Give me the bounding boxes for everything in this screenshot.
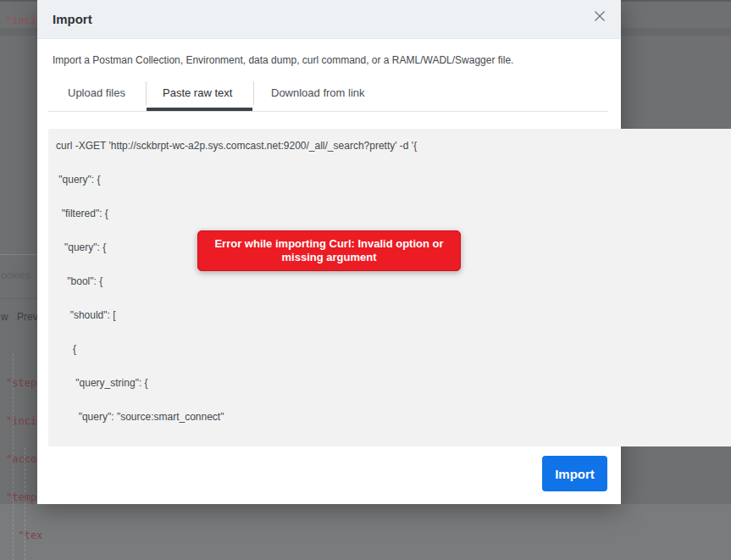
viewer-preview-tab-fragment: Prev (17, 311, 38, 323)
close-icon (593, 9, 606, 23)
tab-separator (253, 81, 254, 105)
raw-text-input[interactable]: curl -XGET 'http://sckbrpt-wc-a2p.sys.co… (48, 129, 731, 446)
panel-divider (0, 254, 37, 255)
dialog-description: Import a Postman Collection, Environment… (53, 54, 513, 66)
import-dialog-header: Import (37, 0, 621, 39)
tab-paste-raw-text[interactable]: Paste raw text (163, 86, 232, 99)
code-line: "tex (6, 530, 104, 542)
response-cookies-tab-fragment: ookies (1, 269, 30, 281)
tab-upload-files[interactable]: Upload files (68, 86, 125, 99)
panel-divider (0, 298, 37, 299)
editor-panel-bottom (0, 504, 731, 560)
viewer-raw-tab-fragment: w (1, 311, 8, 323)
postman-app-screen: "incid ookies w Prev "steps "incide "acc… (0, 0, 731, 560)
close-button[interactable] (591, 8, 608, 25)
import-button[interactable]: Import (542, 456, 607, 491)
dialog-title: Import (53, 12, 92, 26)
tabs-bottom-rule (48, 111, 608, 112)
tab-download-from-link[interactable]: Download from link (271, 86, 365, 99)
error-toast: Error while importing Curl: Invalid opti… (197, 230, 461, 271)
tab-separator (146, 81, 147, 105)
